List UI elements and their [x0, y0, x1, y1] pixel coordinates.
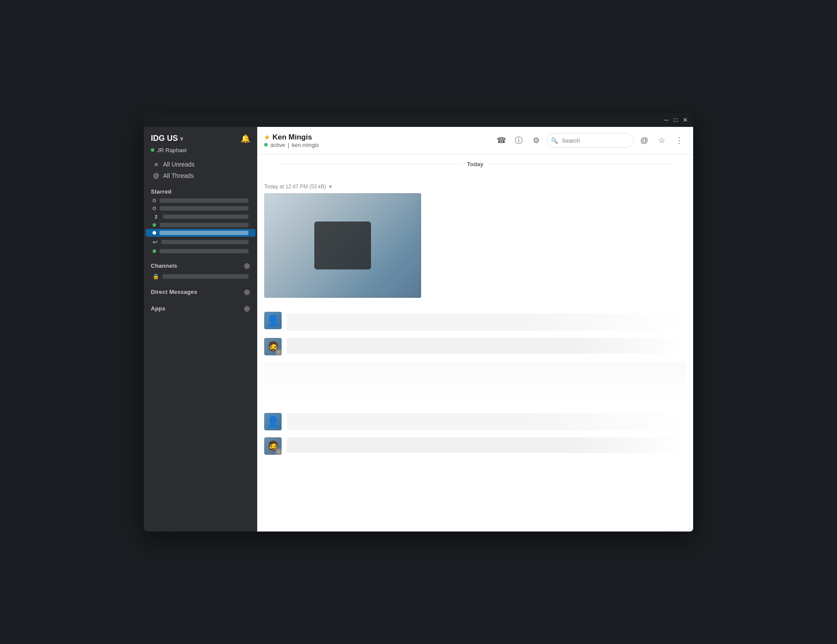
app-body: IDG US ∨ 🔔 JR Raphael ≡ All Unreads @ Al…	[144, 127, 693, 532]
message-group-4	[257, 409, 693, 434]
starred-item-7[interactable]	[146, 247, 255, 255]
message-body-4	[287, 413, 686, 430]
starred-item-6[interactable]: ↩	[146, 237, 255, 247]
username-label: JR Raphael	[157, 147, 187, 153]
chat-area: Today Today at 12:47 PM (53 kB) ▾	[257, 155, 693, 532]
sidebar: IDG US ∨ 🔔 JR Raphael ≡ All Unreads @ Al…	[144, 127, 257, 532]
image-blur-overlay	[264, 193, 421, 298]
all-threads-label: All Threads	[163, 172, 194, 179]
chat-meta: active | ken.mingis	[264, 142, 489, 148]
message-text-blurred-4	[287, 413, 686, 430]
info-button[interactable]: ⓘ	[512, 133, 526, 147]
status-icon-1	[153, 199, 156, 202]
minimize-button[interactable]: ─	[664, 116, 669, 123]
attachment-header: Today at 12:47 PM (53 kB) ▾	[264, 184, 686, 190]
add-channel-button[interactable]: ⊕	[244, 262, 250, 270]
message-group-3: ◻	[257, 334, 693, 359]
dm-label: Direct Messages	[151, 289, 197, 295]
date-divider: Today	[257, 155, 693, 173]
active-status-dot	[264, 143, 268, 147]
add-dm-button[interactable]: ⊕	[244, 288, 250, 296]
workspace-name[interactable]: IDG US ∨	[151, 134, 184, 143]
close-button[interactable]: ✕	[683, 116, 688, 123]
lock-icon: 🔒	[153, 273, 159, 279]
at-icon: @	[640, 136, 648, 145]
title-bar: ─ □ ✕	[144, 113, 693, 127]
more-icon: ⋮	[675, 136, 683, 145]
starred-item-4[interactable]	[146, 221, 255, 229]
avatar-2: ◻	[264, 338, 282, 355]
avatar-1	[264, 312, 282, 329]
message-body-5	[287, 437, 686, 455]
channel-item-locked[interactable]: 🔒	[146, 272, 255, 281]
star-button[interactable]: ☆	[655, 133, 669, 147]
all-unreads-label: All Unreads	[163, 161, 194, 168]
status-icon-2	[153, 207, 156, 210]
avatar-4: ◻	[264, 437, 282, 455]
chat-title: ★ Ken Mingis	[264, 133, 489, 142]
apps-section-header: Apps ⊕	[144, 298, 257, 314]
sidebar-header: IDG US ∨ 🔔	[144, 127, 257, 147]
search-input[interactable]	[547, 133, 634, 148]
message-group-5: ◻	[257, 434, 693, 458]
starred-item-1[interactable]	[146, 197, 255, 204]
settings-icon: ⚙	[533, 136, 540, 145]
starred-item-2[interactable]	[146, 204, 255, 212]
attachment-message: Today at 12:47 PM (53 kB) ▾	[257, 177, 693, 305]
message-body-2	[287, 312, 686, 331]
attachment-time: Today at 12:47 PM (53 kB)	[264, 184, 326, 190]
workspace-chevron-icon: ∨	[180, 136, 184, 142]
header-actions: ☎ ⓘ ⚙ 🔍 @ ☆	[494, 133, 686, 148]
at-button[interactable]: @	[637, 133, 651, 147]
online-status-dot	[151, 148, 154, 152]
message-group-2	[257, 308, 693, 334]
star-header-icon: ☆	[658, 136, 665, 145]
all-threads-icon: @	[153, 172, 160, 179]
avatar-3	[264, 413, 282, 430]
add-app-button[interactable]: ⊕	[244, 305, 250, 313]
status-icon-4	[153, 223, 156, 227]
main-content: ★ Ken Mingis active | ken.mingis ☎	[257, 127, 693, 532]
dm-section-header: Direct Messages ⊕	[144, 281, 257, 298]
info-icon: ⓘ	[515, 135, 523, 146]
star-icon[interactable]: ★	[264, 134, 270, 141]
image-attachment[interactable]	[264, 193, 421, 298]
sidebar-item-all-unreads[interactable]: ≡ All Unreads	[146, 159, 255, 170]
app-window: ─ □ ✕ IDG US ∨ 🔔 JR Raphael ≡ All Unr	[144, 113, 693, 532]
chat-name-area: ★ Ken Mingis active | ken.mingis	[264, 133, 489, 148]
phone-button[interactable]: ☎	[494, 133, 508, 147]
channels-section-header: Channels ⊕	[144, 255, 257, 272]
channels-label: Channels	[151, 262, 177, 269]
away-icon: ↩	[153, 239, 158, 245]
date-label: Today	[462, 161, 488, 167]
starred-item-3[interactable]: 2	[146, 212, 255, 221]
maximize-button[interactable]: □	[674, 116, 677, 123]
starred-item-5[interactable]	[146, 229, 255, 237]
more-options-button[interactable]: ⋮	[672, 133, 686, 147]
meta-separator: |	[288, 142, 289, 148]
search-wrapper: 🔍	[547, 133, 634, 148]
user-status[interactable]: JR Raphael	[144, 147, 257, 159]
avatar-badge: ◻	[276, 349, 282, 355]
badge-2: 2	[153, 214, 160, 219]
contact-name: Ken Mingis	[272, 133, 312, 142]
phone-icon: ☎	[497, 136, 506, 145]
chat-header: ★ Ken Mingis active | ken.mingis ☎	[257, 127, 693, 155]
notifications-bell-icon[interactable]: 🔔	[241, 134, 250, 143]
username-handle: ken.mingis	[292, 142, 319, 148]
sidebar-item-all-threads[interactable]: @ All Threads	[146, 170, 255, 181]
starred-section-label: Starred	[144, 181, 257, 197]
message-text-blurred-3	[287, 338, 686, 354]
apps-label: Apps	[151, 305, 166, 312]
all-unreads-icon: ≡	[153, 161, 160, 168]
blurred-gap	[264, 362, 686, 406]
workspace-name-text: IDG US	[151, 134, 178, 143]
message-text-blurred-5	[287, 437, 686, 453]
status-icon-7	[153, 249, 156, 253]
active-label: active	[270, 142, 285, 148]
message-text-blurred-2	[287, 313, 686, 331]
message-body-3	[287, 338, 686, 355]
settings-button[interactable]: ⚙	[529, 133, 543, 147]
avatar-badge-2: ◻	[276, 449, 282, 455]
attachment-dropdown-icon[interactable]: ▾	[329, 184, 332, 190]
